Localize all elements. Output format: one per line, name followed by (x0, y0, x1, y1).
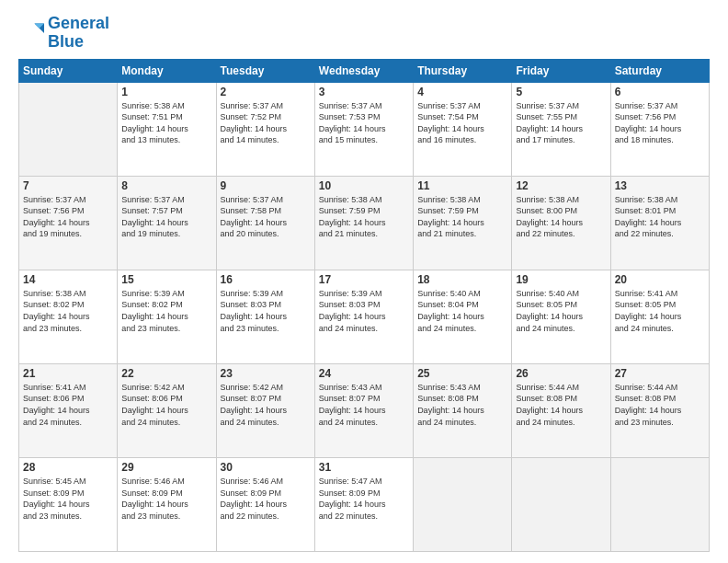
day-number: 21 (23, 367, 113, 380)
logo: General Blue (18, 15, 109, 52)
day-number: 22 (121, 367, 211, 380)
day-number: 24 (319, 367, 409, 380)
weekday-header: Sunday (19, 59, 118, 82)
day-number: 7 (23, 179, 113, 192)
cell-info: Sunrise: 5:38 AM Sunset: 8:00 PM Dayligh… (516, 194, 606, 240)
logo-icon (18, 20, 44, 46)
calendar-cell (414, 457, 512, 551)
calendar-cell (512, 457, 610, 551)
cell-info: Sunrise: 5:38 AM Sunset: 7:59 PM Dayligh… (417, 194, 507, 240)
calendar-week-row: 1Sunrise: 5:38 AM Sunset: 7:51 PM Daylig… (19, 82, 710, 176)
day-number: 20 (615, 273, 705, 286)
day-number: 16 (221, 273, 311, 286)
cell-info: Sunrise: 5:47 AM Sunset: 8:09 PM Dayligh… (319, 476, 409, 522)
cell-info: Sunrise: 5:43 AM Sunset: 8:08 PM Dayligh… (417, 382, 507, 428)
calendar-cell (19, 82, 118, 176)
cell-info: Sunrise: 5:44 AM Sunset: 8:08 PM Dayligh… (615, 382, 705, 428)
cell-info: Sunrise: 5:41 AM Sunset: 8:05 PM Dayligh… (615, 288, 705, 334)
day-number: 9 (221, 179, 311, 192)
day-number: 19 (516, 273, 606, 286)
weekday-header: Friday (512, 59, 610, 82)
cell-info: Sunrise: 5:46 AM Sunset: 8:09 PM Dayligh… (221, 476, 311, 522)
cell-info: Sunrise: 5:42 AM Sunset: 8:07 PM Dayligh… (221, 382, 311, 428)
day-number: 4 (417, 86, 507, 98)
cell-info: Sunrise: 5:38 AM Sunset: 8:02 PM Dayligh… (23, 288, 113, 334)
cell-info: Sunrise: 5:37 AM Sunset: 7:53 PM Dayligh… (319, 100, 409, 146)
cell-info: Sunrise: 5:42 AM Sunset: 8:06 PM Dayligh… (121, 382, 211, 428)
calendar-cell (610, 457, 709, 551)
calendar-cell: 17Sunrise: 5:39 AM Sunset: 8:03 PM Dayli… (314, 270, 413, 363)
weekday-header: Monday (118, 59, 216, 82)
calendar-cell: 1Sunrise: 5:38 AM Sunset: 7:51 PM Daylig… (118, 82, 216, 176)
day-number: 30 (221, 461, 311, 474)
calendar-cell: 22Sunrise: 5:42 AM Sunset: 8:06 PM Dayli… (118, 363, 216, 457)
calendar-cell: 8Sunrise: 5:37 AM Sunset: 7:57 PM Daylig… (118, 176, 216, 270)
cell-info: Sunrise: 5:46 AM Sunset: 8:09 PM Dayligh… (121, 476, 211, 522)
cell-info: Sunrise: 5:37 AM Sunset: 7:55 PM Dayligh… (516, 100, 606, 146)
day-number: 27 (615, 367, 705, 380)
cell-info: Sunrise: 5:40 AM Sunset: 8:05 PM Dayligh… (516, 288, 606, 334)
cell-info: Sunrise: 5:37 AM Sunset: 7:52 PM Dayligh… (221, 100, 311, 146)
cell-info: Sunrise: 5:43 AM Sunset: 8:07 PM Dayligh… (319, 382, 409, 428)
header: General Blue (18, 15, 710, 52)
day-number: 23 (221, 367, 311, 380)
calendar-header-row: SundayMondayTuesdayWednesdayThursdayFrid… (19, 59, 710, 82)
day-number: 12 (516, 179, 606, 192)
day-number: 2 (221, 86, 311, 98)
cell-info: Sunrise: 5:38 AM Sunset: 8:01 PM Dayligh… (615, 194, 705, 240)
day-number: 13 (615, 179, 705, 192)
day-number: 10 (319, 179, 409, 192)
day-number: 5 (516, 86, 606, 98)
day-number: 29 (121, 461, 211, 474)
cell-info: Sunrise: 5:39 AM Sunset: 8:03 PM Dayligh… (319, 288, 409, 334)
weekday-header: Wednesday (314, 59, 413, 82)
cell-info: Sunrise: 5:38 AM Sunset: 7:51 PM Dayligh… (121, 100, 211, 146)
calendar-cell: 13Sunrise: 5:38 AM Sunset: 8:01 PM Dayli… (610, 176, 709, 270)
day-number: 25 (417, 367, 507, 380)
calendar-cell: 6Sunrise: 5:37 AM Sunset: 7:56 PM Daylig… (610, 82, 709, 176)
cell-info: Sunrise: 5:41 AM Sunset: 8:06 PM Dayligh… (23, 382, 113, 428)
calendar-cell: 9Sunrise: 5:37 AM Sunset: 7:58 PM Daylig… (216, 176, 314, 270)
weekday-header: Saturday (610, 59, 709, 82)
cell-info: Sunrise: 5:40 AM Sunset: 8:04 PM Dayligh… (417, 288, 507, 334)
cell-info: Sunrise: 5:44 AM Sunset: 8:08 PM Dayligh… (516, 382, 606, 428)
calendar-week-row: 7Sunrise: 5:37 AM Sunset: 7:56 PM Daylig… (19, 176, 710, 270)
calendar-cell: 4Sunrise: 5:37 AM Sunset: 7:54 PM Daylig… (414, 82, 512, 176)
calendar-cell: 20Sunrise: 5:41 AM Sunset: 8:05 PM Dayli… (610, 270, 709, 363)
weekday-header: Tuesday (216, 59, 314, 82)
calendar-cell: 25Sunrise: 5:43 AM Sunset: 8:08 PM Dayli… (414, 363, 512, 457)
calendar-cell: 14Sunrise: 5:38 AM Sunset: 8:02 PM Dayli… (19, 270, 118, 363)
calendar-cell: 19Sunrise: 5:40 AM Sunset: 8:05 PM Dayli… (512, 270, 610, 363)
cell-info: Sunrise: 5:37 AM Sunset: 7:56 PM Dayligh… (23, 194, 113, 240)
day-number: 6 (615, 86, 705, 98)
calendar-cell: 21Sunrise: 5:41 AM Sunset: 8:06 PM Dayli… (19, 363, 118, 457)
calendar-cell: 7Sunrise: 5:37 AM Sunset: 7:56 PM Daylig… (19, 176, 118, 270)
calendar-table: SundayMondayTuesdayWednesdayThursdayFrid… (18, 59, 710, 552)
calendar-week-row: 21Sunrise: 5:41 AM Sunset: 8:06 PM Dayli… (19, 363, 710, 457)
cell-info: Sunrise: 5:39 AM Sunset: 8:02 PM Dayligh… (121, 288, 211, 334)
day-number: 15 (121, 273, 211, 286)
day-number: 31 (319, 461, 409, 474)
calendar-cell: 31Sunrise: 5:47 AM Sunset: 8:09 PM Dayli… (314, 457, 413, 551)
calendar-cell: 3Sunrise: 5:37 AM Sunset: 7:53 PM Daylig… (314, 82, 413, 176)
day-number: 1 (121, 86, 211, 98)
logo-text: General Blue (48, 15, 109, 52)
day-number: 8 (121, 179, 211, 192)
calendar-cell: 24Sunrise: 5:43 AM Sunset: 8:07 PM Dayli… (314, 363, 413, 457)
day-number: 3 (319, 86, 409, 98)
weekday-header: Thursday (414, 59, 512, 82)
day-number: 18 (417, 273, 507, 286)
calendar-cell: 12Sunrise: 5:38 AM Sunset: 8:00 PM Dayli… (512, 176, 610, 270)
page: General Blue SundayMondayTuesdayWednesda… (0, 0, 728, 563)
day-number: 17 (319, 273, 409, 286)
day-number: 11 (417, 179, 507, 192)
cell-info: Sunrise: 5:37 AM Sunset: 7:54 PM Dayligh… (417, 100, 507, 146)
cell-info: Sunrise: 5:37 AM Sunset: 7:57 PM Dayligh… (121, 194, 211, 240)
day-number: 26 (516, 367, 606, 380)
cell-info: Sunrise: 5:38 AM Sunset: 7:59 PM Dayligh… (319, 194, 409, 240)
calendar-cell: 11Sunrise: 5:38 AM Sunset: 7:59 PM Dayli… (414, 176, 512, 270)
calendar-week-row: 14Sunrise: 5:38 AM Sunset: 8:02 PM Dayli… (19, 270, 710, 363)
calendar-cell: 18Sunrise: 5:40 AM Sunset: 8:04 PM Dayli… (414, 270, 512, 363)
calendar-cell: 30Sunrise: 5:46 AM Sunset: 8:09 PM Dayli… (216, 457, 314, 551)
calendar-cell: 10Sunrise: 5:38 AM Sunset: 7:59 PM Dayli… (314, 176, 413, 270)
